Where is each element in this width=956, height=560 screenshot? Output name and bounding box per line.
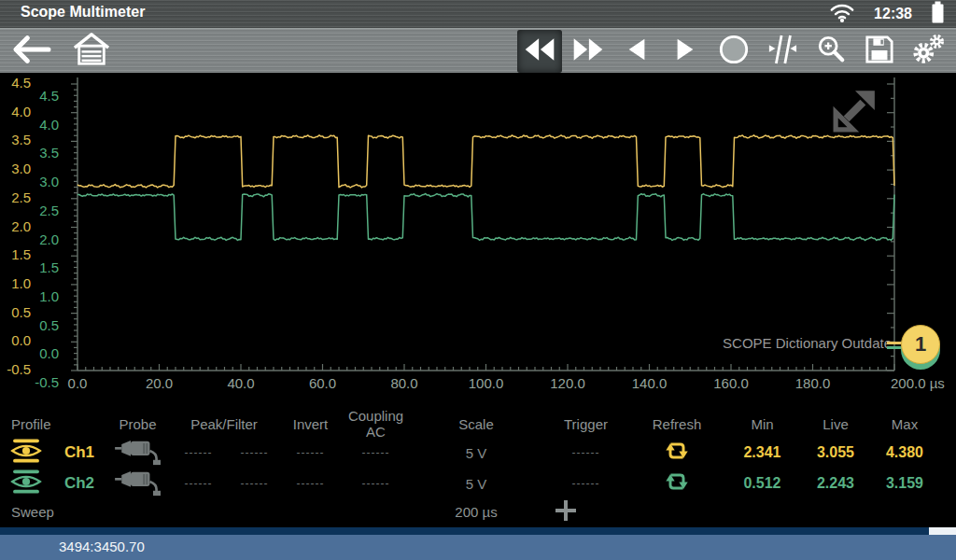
zoom-icon bbox=[816, 35, 846, 68]
fast-forward-button[interactable] bbox=[566, 30, 611, 73]
ch1-coupling-setting[interactable]: ------ bbox=[341, 446, 411, 459]
expand-button[interactable] bbox=[833, 88, 878, 133]
status-coordinates: 3494:3450.70 bbox=[59, 539, 145, 554]
header-profile: Profile bbox=[0, 416, 107, 432]
x-axis-label: 140.0 bbox=[632, 375, 668, 391]
sweep-value[interactable]: 200 µs bbox=[411, 504, 541, 520]
settings-button[interactable] bbox=[906, 30, 950, 73]
x-axis-label: 80.0 bbox=[390, 375, 417, 391]
y-axis-label-ch2: 2.5 bbox=[21, 203, 59, 219]
ch2-trigger-setting[interactable]: ------ bbox=[541, 477, 630, 490]
x-axis-label: 0.0 bbox=[68, 375, 88, 391]
ch1-probe-button[interactable] bbox=[107, 436, 168, 469]
step-back-button[interactable] bbox=[614, 30, 659, 73]
dictionary-status-text: SCOPE Dictionary Outdate bbox=[723, 335, 892, 351]
zoom-button[interactable] bbox=[808, 30, 853, 73]
title-bar: Scope Multimeter 12:38 bbox=[0, 0, 956, 28]
step-back-icon bbox=[626, 37, 647, 65]
x-axis-label: 160.0 bbox=[713, 375, 749, 391]
add-button[interactable] bbox=[555, 499, 577, 525]
clock: 12:38 bbox=[874, 6, 912, 22]
probe-icon bbox=[113, 436, 163, 469]
plus-icon bbox=[555, 499, 577, 525]
toolbar bbox=[0, 28, 956, 73]
ch1-peak-setting[interactable]: ------ bbox=[168, 446, 229, 459]
settings-gear-icon bbox=[911, 34, 945, 69]
play-icon bbox=[675, 37, 696, 65]
ch2-peak-setting[interactable]: ------ bbox=[168, 477, 229, 490]
ch1-trigger-setting[interactable]: ------ bbox=[541, 446, 630, 459]
status-icons: 12:38 bbox=[829, 0, 945, 28]
ch2-invert-setting[interactable]: ------ bbox=[280, 477, 341, 490]
battery-icon bbox=[931, 0, 945, 28]
x-axis-label: 120.0 bbox=[550, 375, 585, 391]
ch1-filter-setting[interactable]: ------ bbox=[229, 446, 280, 459]
ch1-scale-value[interactable]: 5 V bbox=[411, 445, 541, 461]
header-scale: Scale bbox=[411, 416, 541, 432]
rewind-button[interactable] bbox=[517, 30, 562, 73]
ch2-probe-button[interactable] bbox=[107, 467, 168, 500]
ch2-coupling-setting[interactable]: ------ bbox=[341, 477, 411, 490]
ch2-max-value: 3.159 bbox=[870, 475, 939, 492]
x-axis-label: 200.0 µs bbox=[891, 375, 945, 391]
refresh-icon bbox=[664, 469, 690, 498]
header-min: Min bbox=[724, 416, 801, 432]
y-axis-label-ch2: 4.5 bbox=[21, 88, 59, 105]
header-invert: Invert bbox=[280, 416, 341, 432]
notification-badge[interactable]: 1 bbox=[901, 325, 940, 364]
ch2-filter-setting[interactable]: ------ bbox=[229, 477, 280, 490]
back-button[interactable] bbox=[9, 30, 54, 73]
ch2-live-value: 2.243 bbox=[801, 475, 870, 492]
x-axis-label: 40.0 bbox=[227, 375, 254, 391]
ch2-label: Ch2 bbox=[51, 474, 107, 493]
x-axis-label: 20.0 bbox=[146, 375, 173, 391]
header-peak-filter: Peak/Filter bbox=[168, 416, 280, 432]
probe-icon bbox=[113, 467, 163, 500]
y-axis-label-ch2: 1.5 bbox=[21, 259, 59, 276]
ch2-refresh-button[interactable] bbox=[630, 469, 724, 498]
channel-settings-panel: Profile Probe Peak/Filter Invert Couplin… bbox=[0, 408, 956, 527]
sweep-row: Sweep 200 µs bbox=[0, 497, 956, 526]
x-axis-label: 100.0 bbox=[469, 375, 504, 391]
ch1-invert-setting[interactable]: ------ bbox=[280, 446, 341, 459]
eye-icon bbox=[10, 469, 42, 497]
home-icon bbox=[73, 32, 110, 71]
waveform-plot bbox=[0, 73, 956, 408]
ch1-max-value: 4.380 bbox=[870, 444, 939, 461]
ch1-live-value: 3.055 bbox=[801, 444, 870, 461]
fast-forward-icon bbox=[571, 36, 605, 66]
y-axis-label-ch2: 2.0 bbox=[21, 231, 59, 248]
header-trigger: Trigger bbox=[541, 416, 630, 432]
scroll-indicator[interactable] bbox=[929, 527, 956, 535]
status-bar: 3494:3450.70 bbox=[0, 535, 956, 560]
record-button[interactable] bbox=[711, 30, 756, 73]
x-axis-label: 60.0 bbox=[309, 375, 336, 391]
home-button[interactable] bbox=[69, 30, 114, 73]
ch1-min-value: 2.341 bbox=[724, 444, 801, 461]
scope-chart: 4.54.54.04.03.53.53.03.02.52.52.02.01.51… bbox=[0, 73, 956, 408]
record-icon bbox=[718, 34, 750, 69]
refresh-icon bbox=[664, 438, 690, 468]
sweep-label: Sweep bbox=[0, 504, 168, 520]
save-button[interactable] bbox=[857, 30, 902, 73]
ch1-refresh-button[interactable] bbox=[630, 438, 724, 468]
play-button[interactable] bbox=[663, 30, 708, 73]
header-live: Live bbox=[801, 416, 870, 432]
y-axis-label-ch2: 1.0 bbox=[21, 288, 59, 305]
ch2-visibility-button[interactable] bbox=[0, 469, 51, 497]
ch2-scale-value[interactable]: 5 V bbox=[411, 476, 541, 492]
y-axis-label-ch2: 3.5 bbox=[21, 145, 59, 161]
y-axis-label-ch2: 0.5 bbox=[21, 317, 59, 334]
y-axis-label-ch2: 4.0 bbox=[21, 117, 59, 133]
ch2-min-value: 0.512 bbox=[724, 475, 801, 492]
table-row-ch2: Ch2 ------ ------ ------ ------ 5 V ----… bbox=[0, 467, 956, 497]
ch1-label: Ch1 bbox=[51, 443, 107, 462]
header-refresh: Refresh bbox=[630, 416, 724, 432]
back-arrow-icon bbox=[12, 35, 51, 68]
cursors-icon bbox=[767, 34, 797, 69]
cursors-button[interactable] bbox=[760, 30, 805, 73]
expand-icon bbox=[833, 119, 878, 135]
save-icon bbox=[865, 35, 894, 68]
ch1-visibility-button[interactable] bbox=[0, 439, 51, 467]
panel-header-row: Profile Probe Peak/Filter Invert Couplin… bbox=[0, 408, 956, 436]
